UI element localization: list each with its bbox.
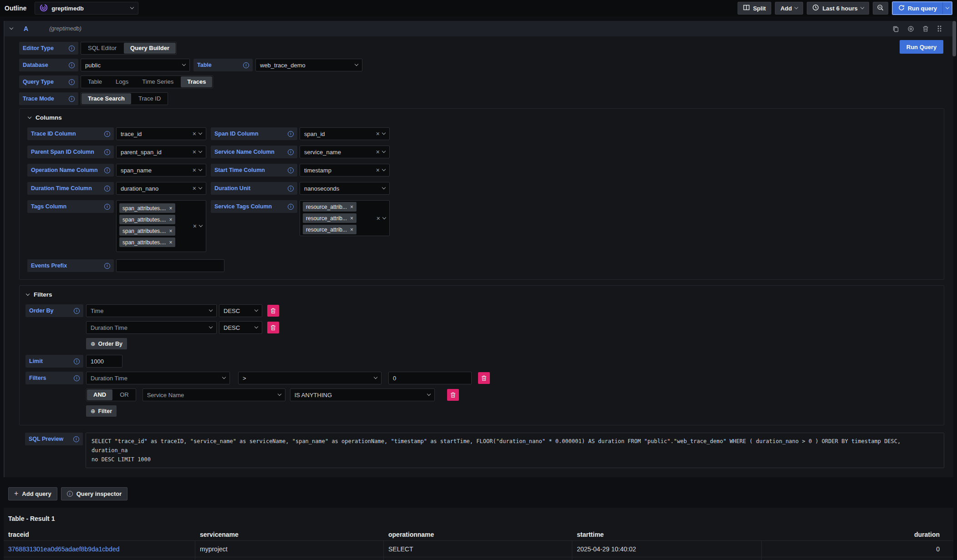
run-query-panel-button[interactable]: Run Query bbox=[900, 40, 943, 54]
database-select[interactable]: public bbox=[81, 59, 190, 71]
remove-chip-icon[interactable]: × bbox=[169, 240, 172, 245]
query-row-header[interactable]: A (greptimedb) bbox=[5, 21, 953, 36]
info-icon bbox=[288, 186, 294, 192]
clear-icon[interactable]: × bbox=[376, 149, 380, 155]
remove-chip-icon[interactable]: × bbox=[169, 206, 172, 211]
filters-section-header[interactable]: Filters bbox=[26, 291, 937, 298]
filter-logic-and[interactable]: AND bbox=[87, 389, 112, 400]
filter-operator-select[interactable]: IS ANYTHING bbox=[290, 388, 435, 401]
trace-mode-trace-id[interactable]: Trace ID bbox=[132, 93, 167, 104]
query-type-logs[interactable]: Logs bbox=[109, 76, 135, 87]
clear-icon[interactable]: × bbox=[193, 185, 196, 192]
add-dropdown-button[interactable]: Add bbox=[775, 2, 803, 15]
query-inspector-button[interactable]: Query inspector bbox=[61, 487, 128, 500]
clear-icon[interactable]: × bbox=[193, 149, 196, 155]
drag-handle-icon[interactable] bbox=[937, 25, 942, 32]
chevron-down-icon bbox=[794, 5, 798, 9]
chevron-down-icon bbox=[382, 131, 386, 135]
info-icon bbox=[74, 308, 80, 314]
duration-time-column-select[interactable]: duration_nano× bbox=[116, 182, 206, 195]
remove-order-by-button[interactable] bbox=[267, 305, 279, 317]
clear-icon[interactable]: × bbox=[376, 167, 380, 173]
results-panel: Table - Result 1 traceid servicename ope… bbox=[4, 508, 953, 560]
tags-column-multiselect[interactable]: span_attributes....× span_attributes....… bbox=[116, 200, 206, 252]
duplicate-query-icon[interactable] bbox=[892, 25, 899, 32]
clear-icon[interactable]: × bbox=[193, 223, 197, 229]
table-select[interactable]: web_trace_demo bbox=[255, 59, 362, 71]
order-by-field-select[interactable]: Duration Time bbox=[86, 321, 217, 334]
scrollbar[interactable] bbox=[952, 21, 956, 56]
remove-chip-icon[interactable]: × bbox=[169, 217, 172, 222]
clear-icon[interactable]: × bbox=[193, 131, 196, 137]
outline-toggle[interactable]: Outline bbox=[5, 5, 26, 12]
starttime-cell: 2025-04-29 10:40:02 bbox=[572, 557, 762, 560]
column-header-traceid[interactable]: traceid bbox=[4, 531, 195, 538]
column-header-operationname[interactable]: operationname bbox=[384, 531, 572, 538]
events-prefix-input[interactable] bbox=[116, 259, 224, 272]
clear-icon[interactable]: × bbox=[193, 167, 196, 173]
info-icon bbox=[104, 167, 110, 173]
order-by-direction-select[interactable]: DESC bbox=[219, 304, 262, 317]
order-by-direction-select[interactable]: DESC bbox=[219, 321, 262, 334]
remove-order-by-button[interactable] bbox=[267, 322, 279, 333]
add-filter-button[interactable]: ⊕Filter bbox=[86, 405, 117, 417]
trace-id-column-select[interactable]: trace_id× bbox=[116, 127, 206, 140]
operation-name-column-select[interactable]: span_name× bbox=[116, 164, 206, 177]
column-header-duration[interactable]: duration bbox=[762, 531, 953, 538]
parent-span-id-column-select[interactable]: parent_span_id× bbox=[116, 146, 206, 158]
query-type-traces[interactable]: Traces bbox=[181, 76, 212, 87]
collapse-chevron-icon bbox=[26, 292, 30, 295]
span-id-column-select[interactable]: span_id× bbox=[300, 127, 390, 140]
datasource-picker[interactable]: greptimedb bbox=[35, 2, 138, 15]
remove-filter-button[interactable] bbox=[478, 372, 490, 384]
run-query-options-button[interactable] bbox=[942, 2, 952, 14]
filter-value-input[interactable]: 0 bbox=[388, 372, 472, 384]
hide-response-icon[interactable] bbox=[907, 25, 914, 32]
service-tags-column-multiselect[interactable]: resource_attrib...× resource_attrib...× … bbox=[300, 200, 390, 236]
editor-type-label: Editor Type bbox=[19, 42, 78, 55]
explore-page: Outline greptimedb Split Add Last 6 hour… bbox=[0, 0, 957, 560]
limit-label: Limit bbox=[25, 355, 83, 368]
editor-type-sql-editor[interactable]: SQL Editor bbox=[81, 43, 123, 54]
remove-filter-button[interactable] bbox=[447, 389, 459, 401]
order-by-field-select[interactable]: Time bbox=[86, 304, 217, 317]
clear-icon[interactable]: × bbox=[376, 131, 380, 137]
zoom-out-time-button[interactable] bbox=[873, 2, 888, 15]
filter-field-select[interactable]: Duration Time bbox=[86, 372, 230, 384]
service-tag-chip: resource_attrib...× bbox=[303, 202, 356, 212]
add-order-by-button[interactable]: ⊕Order By bbox=[86, 338, 127, 349]
service-name-column-select[interactable]: service_name× bbox=[300, 146, 390, 158]
add-query-button[interactable]: + Add query bbox=[8, 487, 57, 500]
column-header-servicename[interactable]: servicename bbox=[195, 531, 384, 538]
remove-chip-icon[interactable]: × bbox=[350, 204, 353, 210]
run-query-split-button: Run query bbox=[892, 1, 952, 15]
query-footer-actions: + Add query Query inspector bbox=[8, 487, 957, 500]
trace-id-link[interactable]: 3768831301ea0d65adaef8b9da1cbded bbox=[8, 545, 119, 553]
filter-logic-or[interactable]: OR bbox=[113, 389, 135, 400]
limit-input[interactable]: 1000 bbox=[86, 355, 122, 368]
filter-operator-select[interactable]: > bbox=[238, 372, 382, 384]
info-icon bbox=[104, 204, 110, 210]
remove-chip-icon[interactable]: × bbox=[350, 227, 353, 232]
columns-section-header[interactable]: Columns bbox=[28, 114, 937, 121]
remove-query-icon[interactable] bbox=[922, 25, 929, 32]
query-type-time-series[interactable]: Time Series bbox=[136, 76, 180, 87]
time-range-picker[interactable]: Last 6 hours bbox=[807, 2, 869, 15]
start-time-column-select[interactable]: timestamp× bbox=[300, 164, 390, 177]
collapse-chevron-icon[interactable] bbox=[10, 26, 13, 30]
remove-chip-icon[interactable]: × bbox=[350, 216, 353, 221]
run-query-button[interactable]: Run query bbox=[893, 2, 942, 14]
info-icon bbox=[69, 96, 75, 102]
duration-unit-select[interactable]: nanoseconds bbox=[300, 182, 390, 195]
split-button[interactable]: Split bbox=[738, 2, 771, 15]
zoom-out-icon bbox=[877, 4, 884, 13]
filter-field-select[interactable]: Service Name bbox=[143, 388, 285, 401]
editor-type-query-builder[interactable]: Query Builder bbox=[124, 43, 176, 54]
clear-icon[interactable]: × bbox=[377, 215, 380, 222]
chevron-down-icon bbox=[209, 308, 213, 312]
query-type-table[interactable]: Table bbox=[81, 76, 108, 87]
service-tags-column-label: Service Tags Column bbox=[211, 200, 297, 213]
trace-mode-trace-search[interactable]: Trace Search bbox=[81, 93, 131, 104]
column-header-starttime[interactable]: starttime bbox=[572, 531, 762, 538]
remove-chip-icon[interactable]: × bbox=[169, 228, 172, 234]
